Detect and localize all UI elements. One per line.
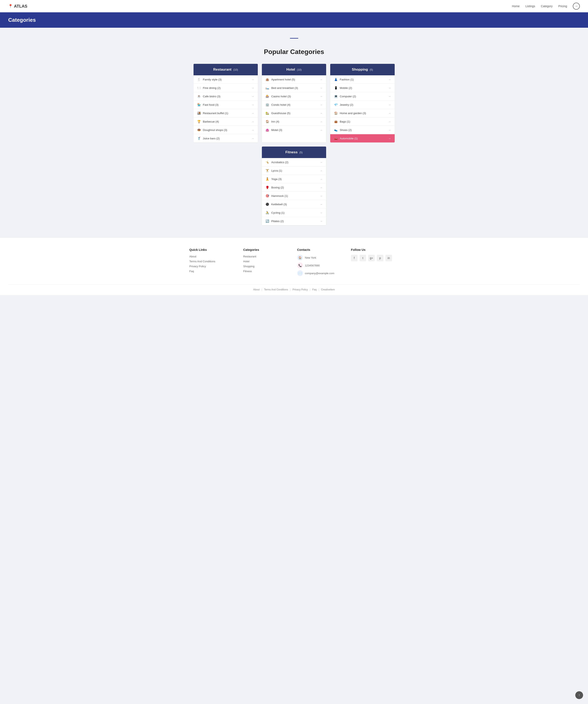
pinterest-icon[interactable]: p <box>377 255 384 261</box>
guesthouse-icon: 🏡 <box>266 111 269 115</box>
brand-name: ATLAS <box>14 4 27 9</box>
googleplus-icon[interactable]: g+ <box>368 255 375 261</box>
list-item[interactable]: ☕Cafe bistro (3) → <box>193 92 258 101</box>
footer-link-faq[interactable]: Faq <box>189 270 194 273</box>
nav-listings[interactable]: Listings <box>525 4 535 8</box>
bottom-link-faq[interactable]: Faq <box>312 288 317 291</box>
arrow-icon: → <box>251 78 254 81</box>
buffet-icon: 🍱 <box>197 111 201 115</box>
list-item[interactable]: 🔄Pilates (2) → <box>262 217 326 225</box>
footer-follow-title: Follow Us <box>351 248 399 251</box>
list-item[interactable]: 🥊Boxing (2) → <box>262 183 326 192</box>
cafe-bistro-icon: ☕ <box>197 95 201 98</box>
list-item[interactable]: 💻Computer (2) → <box>330 92 395 101</box>
list-item[interactable]: 🏠Home and garden (3) → <box>330 109 395 117</box>
list-item[interactable]: 🏩Motel (3) → <box>262 126 326 134</box>
list-item[interactable]: ⚫Kettlebell (3) → <box>262 200 326 209</box>
list-item[interactable]: 🍱Restaurant buffet (1) → <box>193 109 258 117</box>
list-item[interactable]: 🛏️Bed and breakfast (3) → <box>262 84 326 92</box>
yoga-icon: 🧘 <box>266 177 269 181</box>
footer-link-terms[interactable]: Terms And Conditions <box>189 260 215 263</box>
arrow-icon: → <box>251 137 254 140</box>
list-item[interactable]: 🏪Fast food (3) → <box>193 101 258 109</box>
fitness-header: Fitness (5) <box>262 146 326 158</box>
arrow-icon: → <box>320 128 322 131</box>
nav-home[interactable]: Home <box>512 4 520 8</box>
footer-cat-shopping[interactable]: Shopping <box>243 265 254 268</box>
footer-cat-hotel[interactable]: Hotel <box>243 260 249 263</box>
hotel-card: Hotel (10) 🏨Apartment hotel (5) → 🛏️Bed … <box>262 64 326 142</box>
footer-categories-title: Categories <box>243 248 291 251</box>
twitter-icon[interactable]: t <box>360 255 366 261</box>
list-item[interactable]: 👗Fashion (1) → <box>330 75 395 84</box>
email-icon: ✉️ <box>297 270 303 276</box>
arrow-icon: → <box>320 203 322 206</box>
list-item[interactable]: 🎰Casino hotel (3) → <box>262 92 326 101</box>
brand-logo[interactable]: 📍 ATLAS <box>8 4 27 9</box>
login-button[interactable]: → <box>573 3 580 10</box>
arrow-icon: → <box>251 112 254 115</box>
shopping-card: Shopping (5) 👗Fashion (1) → 📱Mobile (2) … <box>330 64 395 142</box>
list-item[interactable]: 🍴Family style (3) → <box>193 75 258 84</box>
list-item[interactable]: 🏋️Lycra (1) → <box>262 167 326 175</box>
social-icons: f t g+ p in <box>351 255 399 261</box>
barbecue-icon: 🏆 <box>197 120 201 123</box>
arrow-icon: → <box>320 186 322 189</box>
arrow-icon: → <box>251 103 254 106</box>
footer-contacts-title: Contacts <box>297 248 345 251</box>
arrow-icon: → <box>251 86 254 90</box>
bottom-link-creativeitem[interactable]: Creativeitem <box>321 288 335 291</box>
list-item[interactable]: 🤸Acrobatics (2) → <box>262 158 326 167</box>
list-item[interactable]: 🍩Doughnut shops (3) → <box>193 126 258 134</box>
list-item[interactable]: 🏨Apartment hotel (5) → <box>262 75 326 84</box>
lycra-icon: 🏋️ <box>266 169 269 172</box>
juice-icon: 🥤 <box>197 136 201 140</box>
condo-hotel-icon: 🏢 <box>266 103 269 107</box>
contact-phone: 📞 1234567890 <box>297 262 345 268</box>
footer-link-privacy[interactable]: Privacy Policy <box>189 265 206 268</box>
divider-line <box>290 38 298 39</box>
footer-quick-links: Quick Links About Terms And Conditions P… <box>189 248 237 278</box>
list-item[interactable]: 🏢Condo hotel (4) → <box>262 101 326 109</box>
list-item[interactable]: 📱Mobile (2) → <box>330 84 395 92</box>
computer-icon: 💻 <box>334 95 338 98</box>
list-item[interactable]: 🎯Hammock (1) → <box>262 192 326 200</box>
facebook-icon[interactable]: f <box>351 255 357 261</box>
footer-cat-restaurant[interactable]: Restaurant <box>243 255 256 258</box>
footer-cat-fitness[interactable]: Fitness <box>243 270 252 273</box>
list-item[interactable]: 🥤Juice bars (2) → <box>193 134 258 142</box>
list-item[interactable]: 🧘Yoga (3) → <box>262 175 326 183</box>
bottom-link-terms[interactable]: Terms And Conditions <box>264 288 288 291</box>
casino-hotel-icon: 🎰 <box>266 95 269 98</box>
arrow-icon: → <box>388 86 391 90</box>
bnb-icon: 🛏️ <box>266 86 269 90</box>
list-item-automobile[interactable]: 🚗Automobile (1) → <box>330 134 395 142</box>
list-item[interactable]: 💎Jewelry (2) → <box>330 101 395 109</box>
arrow-icon: → <box>320 86 322 90</box>
arrow-icon: → <box>320 220 322 223</box>
nav-category[interactable]: Category <box>541 4 552 8</box>
list-item[interactable]: 👜Bags (1) → <box>330 117 395 126</box>
instagram-icon[interactable]: in <box>386 255 392 261</box>
list-item[interactable]: 🏆Barbecue (4) → <box>193 117 258 126</box>
arrow-icon: → <box>320 211 322 214</box>
list-item[interactable]: 🏡Guesthouse (5) → <box>262 109 326 117</box>
fast-food-icon: 🏪 <box>197 103 201 107</box>
hammock-icon: 🎯 <box>266 194 269 198</box>
bottom-link-privacy[interactable]: Privacy Policy <box>292 288 308 291</box>
bottom-link-about[interactable]: About <box>253 288 259 291</box>
arrow-icon: → <box>388 120 391 123</box>
list-item[interactable]: 👟Shoes (2) → <box>330 126 395 134</box>
arrow-icon: → <box>320 120 322 123</box>
acrobatics-icon: 🤸 <box>266 160 269 164</box>
footer-link-about[interactable]: About <box>189 255 196 258</box>
arrow-icon: → <box>320 103 322 106</box>
boxing-icon: 🥊 <box>266 185 269 189</box>
arrow-icon: → <box>320 161 322 164</box>
list-item[interactable]: 🍽️Fine dining (2) → <box>193 84 258 92</box>
arrow-icon: → <box>320 194 322 197</box>
nav-pricing[interactable]: Pricing <box>558 4 567 8</box>
kettlebell-icon: ⚫ <box>266 202 269 206</box>
list-item[interactable]: 🚴Cycling (1) → <box>262 209 326 217</box>
list-item[interactable]: 🏠Inn (4) → <box>262 117 326 126</box>
